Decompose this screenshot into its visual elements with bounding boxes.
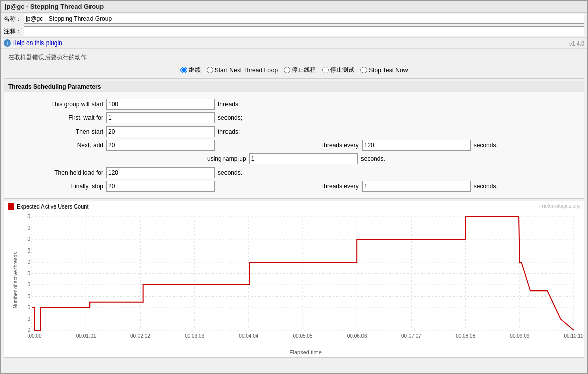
radio-stop-test-label: 停止测试 — [330, 66, 354, 74]
then-start-input[interactable] — [106, 126, 215, 137]
action-section: 在取样器错误后要执行的动作 继续 Start Next Thread Loop … — [4, 51, 584, 79]
radio-stop-test-now[interactable]: Stop Test Now — [360, 67, 408, 74]
legend-box — [8, 203, 14, 210]
ramp-up-label: using ramp-up — [207, 155, 246, 162]
action-title: 在取样器错误后要执行的动作 — [8, 53, 580, 62]
title-bar: jp@gc - Stepping Thread Group — [1, 1, 587, 13]
threads-every-1-input[interactable] — [362, 140, 471, 151]
finally-stop-input[interactable] — [106, 181, 215, 192]
version-text: v1.4.0 — [569, 40, 584, 47]
param-row-then-start: Then start threads; — [12, 126, 576, 137]
start-threads-label: This group will start — [12, 101, 103, 108]
radio-continue-label: 继续 — [189, 66, 201, 74]
info-icon: i — [4, 39, 11, 47]
param-row-hold-load: Then hold load for seconds. — [12, 167, 576, 178]
threads-every-2-label: threads every — [322, 183, 359, 190]
name-row: 名称： — [1, 13, 587, 25]
comment-label: 注释： — [4, 27, 22, 36]
comment-input[interactable] — [24, 26, 584, 36]
ramp-up-input[interactable] — [249, 153, 358, 164]
radio-stop-thread[interactable]: 停止线程 — [284, 66, 316, 74]
wait-for-unit: seconds; — [218, 114, 242, 121]
name-label: 名称： — [4, 15, 22, 23]
then-start-label: Then start — [12, 128, 103, 135]
threads-every-2-input[interactable] — [362, 181, 471, 192]
threads-every-1-unit: seconds, — [474, 142, 498, 149]
threads-every-2-unit: seconds. — [474, 183, 498, 190]
window-title: jp@gc - Stepping Thread Group — [5, 3, 104, 10]
help-row: i Help on this plugin v1.4.0 — [1, 38, 587, 49]
finally-stop-label: Finally, stop — [12, 183, 103, 190]
y-axis-container: Number of active threads — [4, 212, 27, 348]
param-row-start: This group will start threads: — [12, 99, 576, 110]
radio-stop-thread-label: 停止线程 — [292, 66, 316, 74]
comment-row: 注释： — [1, 25, 587, 38]
main-window: jp@gc - Stepping Thread Group 名称： 注释： i … — [0, 0, 588, 374]
radio-stop-test-now-input[interactable] — [360, 67, 367, 73]
next-add-input[interactable] — [106, 140, 215, 151]
threads-every-1-label: threads every — [322, 142, 359, 149]
param-row-ramp-up: using ramp-up seconds. — [12, 153, 576, 164]
wait-for-label: First, wait for — [12, 114, 103, 121]
help-link[interactable]: Help on this plugin — [12, 39, 62, 47]
hold-load-unit: seconds. — [218, 169, 242, 176]
radio-continue-input[interactable] — [180, 67, 187, 73]
chart-watermark: jmeter-plugins.org — [539, 203, 580, 209]
radio-continue[interactable]: 继续 — [180, 66, 201, 74]
radio-stop-test-input[interactable] — [322, 67, 329, 73]
radio-next-loop-input[interactable] — [207, 67, 213, 73]
x-axis-label: Elapsed time — [4, 348, 584, 357]
next-add-label: Next, add — [12, 142, 103, 149]
radio-stop-test[interactable]: 停止测试 — [322, 66, 354, 74]
chart-wrapper: Number of active threads — [4, 212, 584, 348]
start-threads-input[interactable] — [106, 99, 215, 110]
threads-section: Threads Scheduling Parameters This group… — [4, 81, 584, 199]
chart-section: Expected Active Users Count jmeter-plugi… — [4, 201, 584, 358]
chart-canvas-container — [27, 212, 584, 348]
hold-load-input[interactable] — [106, 167, 215, 178]
threads-title: Threads Scheduling Parameters — [4, 81, 584, 92]
radio-stop-test-now-label: Stop Test Now — [369, 67, 408, 74]
radio-stop-thread-input[interactable] — [284, 67, 290, 73]
ramp-up-unit: seconds. — [361, 155, 385, 162]
start-threads-unit: threads: — [218, 101, 240, 108]
y-axis-label: Number of active threads — [13, 252, 18, 308]
param-row-wait: First, wait for seconds; — [12, 112, 576, 123]
chart-canvas — [27, 212, 584, 348]
chart-header: Expected Active Users Count jmeter-plugi… — [4, 201, 584, 212]
then-start-unit: threads; — [218, 128, 240, 135]
chart-legend-label: Expected Active Users Count — [17, 203, 88, 210]
threads-body: This group will start threads: First, wa… — [4, 92, 584, 198]
radio-next-loop[interactable]: Start Next Thread Loop — [207, 67, 278, 74]
param-row-next-add: Next, add threads every seconds, — [12, 140, 576, 151]
radio-row: 继续 Start Next Thread Loop 停止线程 停止测试 Stop… — [8, 64, 580, 76]
param-row-finally-stop: Finally, stop threads every seconds. — [12, 181, 576, 192]
wait-for-input[interactable] — [106, 112, 215, 123]
radio-next-loop-label: Start Next Thread Loop — [215, 67, 278, 74]
hold-load-label: Then hold load for — [12, 169, 103, 176]
name-input[interactable] — [24, 14, 584, 24]
